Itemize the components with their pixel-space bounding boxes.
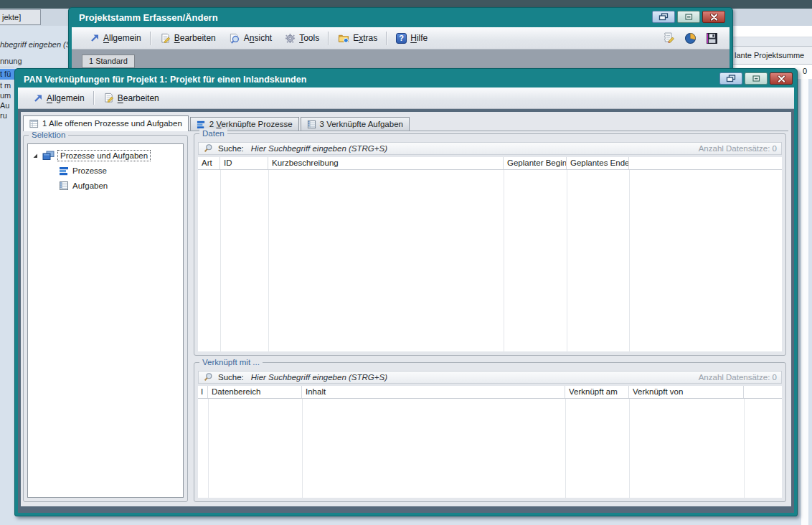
column-divider	[744, 399, 745, 498]
column-header-verknuepft-von[interactable]: Verknüpft von	[629, 386, 744, 398]
table-body[interactable]	[198, 399, 782, 498]
menu-bar: Allgemein Bearbeiten	[18, 88, 794, 109]
edit-icon	[160, 33, 171, 44]
column-divider	[565, 399, 566, 498]
column-header-kurzbeschreibung[interactable]: Kurzbeschreibung	[268, 157, 504, 169]
window-title: Projektstamm Erfassen/Ändern	[79, 12, 218, 23]
column-header-geplantes-ende[interactable]: Geplantes Ende	[567, 157, 629, 169]
column-divider	[268, 170, 269, 351]
window-pan-verknuepfungen: PAN Verknüpfungen für Projekt 1: Projekt…	[14, 68, 798, 516]
window-titlebar[interactable]: Projektstamm Erfassen/Ändern	[72, 8, 730, 27]
screen: jekte] hbegriff eingeben (S nnung t fü t…	[0, 0, 812, 525]
column-header-art[interactable]: Art	[198, 157, 220, 169]
tree-item-label: Prozesse	[72, 166, 107, 175]
tab-strip: 1 Alle offenen Prozesse und Aufgaben 2 V…	[23, 115, 788, 131]
column-header-datenbereich[interactable]: Datenbereich	[208, 386, 302, 398]
column-divider	[567, 170, 567, 351]
arrow-up-right-icon	[90, 33, 100, 43]
verknuepft-table: I Datenbereich Inhalt Verknüpft am Verkn…	[198, 386, 782, 498]
restore-icon	[658, 13, 669, 21]
list-icon	[59, 181, 69, 191]
restore-button[interactable]	[652, 11, 675, 23]
menu-allgemein[interactable]: Allgemein	[27, 93, 91, 103]
tree-item-aufgaben[interactable]: Aufgaben	[28, 178, 183, 193]
search-icon	[203, 143, 213, 153]
background-table-row	[733, 37, 812, 46]
close-button[interactable]	[702, 11, 725, 23]
bars-icon	[197, 120, 206, 129]
column-header-id[interactable]: ID	[220, 157, 268, 169]
menu-bar: Allgemein Bearbeiten Ansicht Tools	[72, 27, 730, 49]
table-body[interactable]	[198, 170, 782, 351]
column-header-geplanter-begin[interactable]: Geplanter Begin	[504, 157, 567, 169]
tree-item-prozesse[interactable]: Prozesse	[28, 163, 183, 178]
menu-ansicht[interactable]: Ansicht	[222, 33, 278, 44]
restore-button[interactable]	[719, 72, 742, 85]
group-label: Selektion	[29, 130, 68, 141]
expand-triangle-icon[interactable]	[32, 152, 39, 159]
menu-separator	[93, 91, 95, 105]
search-label: Suche:	[218, 373, 244, 382]
close-button[interactable]	[770, 72, 793, 85]
search-placeholder: Hier Suchbegriff eingeben (STRG+S)	[251, 144, 387, 153]
background-selected-row-fragment: t fü	[0, 69, 16, 80]
close-icon	[709, 14, 719, 21]
window-inner-frame: 1 Alle offenen Prozesse und Aufgaben 2 V…	[18, 109, 794, 513]
menu-separator	[386, 32, 387, 45]
menu-bearbeiten[interactable]: Bearbeiten	[97, 93, 166, 103]
table-header-row: Art ID Kurzbeschreibung Geplanter Begin …	[198, 157, 782, 170]
background-tab-projekte[interactable]: jekte]	[0, 9, 41, 25]
search-bar[interactable]: Suche: Hier Suchbegriff eingeben (STRG+S…	[198, 371, 782, 384]
restore-icon	[726, 75, 736, 82]
group-label: Verknüpft mit ...	[199, 357, 263, 368]
column-divider	[504, 170, 504, 351]
pie-chart-icon[interactable]	[684, 32, 697, 44]
bars-icon	[59, 166, 69, 176]
group-daten: Daten Suche: Hier Suchbegriff eingeben (…	[194, 133, 786, 356]
column-divider	[220, 170, 221, 351]
column-header-inhalt[interactable]: Inhalt	[302, 386, 565, 398]
table-header-row: I Datenbereich Inhalt Verknüpft am Verkn…	[198, 386, 782, 399]
grid-icon	[29, 119, 39, 128]
minimize-button[interactable]	[745, 72, 768, 85]
column-header-i[interactable]: I	[198, 386, 208, 398]
window-titlebar[interactable]: PAN Verknüpfungen für Projekt 1: Projekt…	[18, 72, 794, 88]
search-bar[interactable]: Suche: Hier Suchbegriff eingeben (STRG+S…	[198, 142, 782, 155]
tree-item-label: Prozesse und Aufgaben	[58, 151, 150, 161]
column-header-verknuepft-am[interactable]: Verknüpft am	[565, 386, 629, 398]
help-icon: ?	[396, 33, 407, 44]
background-column-header-fragment: lante Projektsumme	[733, 46, 812, 65]
column-divider	[629, 399, 630, 498]
menu-tools[interactable]: Tools	[278, 33, 326, 44]
record-count: Anzahl Datensätze: 0	[699, 144, 777, 153]
gear-icon	[285, 33, 296, 44]
tree-item-label: Aufgaben	[72, 181, 108, 190]
list-icon	[307, 120, 316, 129]
column-divider	[302, 399, 303, 498]
menu-hilfe[interactable]: ? Hilfe	[390, 33, 434, 44]
column-divider	[629, 170, 630, 351]
tab-standard[interactable]: 1 Standard	[82, 55, 135, 68]
tree-item-prozesse-und-aufgaben[interactable]: Prozesse und Aufgaben	[28, 148, 183, 163]
background-table-row	[733, 26, 812, 37]
tab-verknuepfte-aufgaben[interactable]: 3 Verknüpfte Aufgaben	[301, 117, 410, 131]
tab-panel: 1 Alle offenen Prozesse und Aufgaben 2 V…	[21, 112, 791, 506]
tab-alle-offenen-prozesse-und-aufgaben[interactable]: 1 Alle offenen Prozesse und Aufgaben	[23, 115, 189, 131]
group-verknuepft-mit: Verknüpft mit ... Suche: Hier Suchbegrif…	[194, 362, 786, 502]
background-row-fragment: Au	[0, 101, 9, 110]
menu-separator	[150, 32, 151, 45]
arrow-up-right-icon	[33, 93, 43, 103]
menu-extras[interactable]: Extras	[331, 33, 384, 44]
column-header-empty	[744, 386, 782, 398]
menu-bearbeiten[interactable]: Bearbeiten	[154, 33, 222, 44]
minimize-button[interactable]	[677, 11, 700, 23]
column-divider	[208, 399, 209, 498]
window-title: PAN Verknüpfungen für Projekt 1: Projekt…	[24, 75, 306, 85]
notes-icon[interactable]	[662, 32, 675, 44]
search-icon	[203, 372, 213, 382]
background-row-fragment: nnung	[0, 57, 14, 67]
close-icon	[777, 75, 786, 82]
menu-allgemein[interactable]: Allgemein	[83, 33, 148, 43]
background-table-column	[801, 79, 808, 525]
save-icon[interactable]	[706, 32, 718, 44]
